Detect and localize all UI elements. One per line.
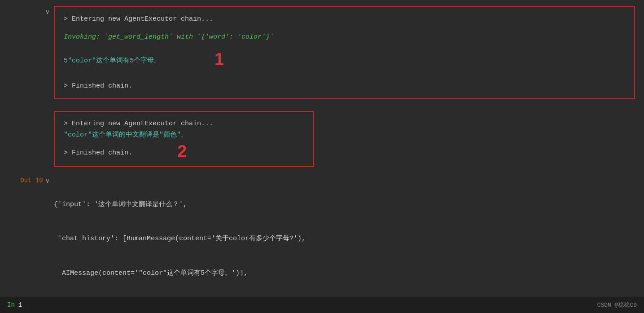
out-text: Out 10 <box>20 177 43 184</box>
box2-annotation: 2 <box>177 142 187 161</box>
cell-row-box1: ∨ > Entering new AgentExecutor chain... … <box>0 4 644 105</box>
box2-line1: > Entering new AgentExecutor chain... <box>64 118 304 130</box>
in-label: In <box>7 301 15 309</box>
box1-line3: 5"color"这个单词有5个字母。 <box>64 57 161 65</box>
collapse-arrow-1[interactable]: ∨ <box>46 8 49 16</box>
cell-row-box2: > Entering new AgentExecutor chain... "c… <box>0 109 644 172</box>
box1-annotation: 1 <box>215 50 224 69</box>
box2-line2: "color"这个单词的中文翻译是"颜色"。 <box>64 129 304 141</box>
red-box-1: > Entering new AgentExecutor chain... In… <box>54 6 635 99</box>
output-content: {'input': '这个单词中文翻译是什么？', 'chat_history'… <box>54 176 644 296</box>
out-line2: 'chat_history': [HumanMessage(content='关… <box>54 233 644 245</box>
box1-number-5: 5 <box>64 57 68 65</box>
output-section: Out 10 ∨ {'input': '这个单词中文翻译是什么？', 'chat… <box>0 172 644 296</box>
red-box-2: > Entering new AgentExecutor chain... "c… <box>54 111 314 167</box>
main-content: ∨ > Entering new AgentExecutor chain... … <box>0 0 644 296</box>
box2-line3: > Finished chain. <box>64 147 132 159</box>
cell-content-2: > Entering new AgentExecutor chain... "c… <box>54 111 644 171</box>
out-line1: {'input': '这个单词中文翻译是什么？', <box>54 199 644 211</box>
box1-line2: Invoking: `get_word_length` with `{'word… <box>64 31 625 43</box>
cell-label-1: ∨ <box>0 6 54 16</box>
in-number: 1 <box>18 301 22 309</box>
box1-line1: > Entering new AgentExecutor chain... <box>64 13 625 25</box>
bottom-right-credit: CSDN @稳稳C9 <box>597 301 637 309</box>
out-expand-arrow[interactable]: ∨ <box>46 177 49 185</box>
bottom-bar: In 1 CSDN @稳稳C9 <box>0 296 644 313</box>
bottom-left: In 1 <box>7 301 22 309</box>
box1-line4: "color"这个单词有5个字母。 <box>68 57 161 65</box>
out-line3: AIMessage(content='"color"这个单词有5个字母。')], <box>54 268 644 279</box>
cell-content-1: > Entering new AgentExecutor chain... In… <box>54 6 644 103</box>
out-label: Out 10 ∨ <box>0 176 54 185</box>
box1-line5: > Finished chain. <box>64 80 625 92</box>
cell-label-2 <box>0 111 54 113</box>
